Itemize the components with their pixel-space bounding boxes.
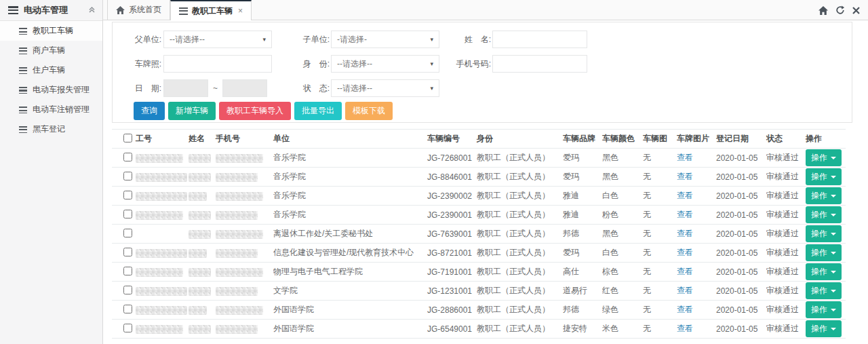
row-checkbox[interactable] bbox=[123, 248, 132, 256]
identity-cell: 教职工（正式人员） bbox=[477, 320, 563, 339]
row-action-button[interactable]: 操作 bbox=[806, 282, 842, 299]
view-plate-link[interactable]: 查看 bbox=[677, 267, 693, 276]
import-vehicles-button[interactable]: 教职工车辆导入 bbox=[219, 102, 291, 120]
sidebar-item-merchant-vehicles[interactable]: 商户车辆 bbox=[0, 41, 102, 60]
sidebar: 电动车管理 教职工车辆 商户车辆 住户车辆 电动车报失管理 电动车注销管理 黑车… bbox=[0, 0, 103, 344]
close-icon[interactable] bbox=[852, 7, 860, 14]
tab-close-icon[interactable]: × bbox=[238, 6, 243, 16]
app-window: 电动车管理 教职工车辆 商户车辆 住户车辆 电动车报失管理 电动车注销管理 黑车… bbox=[0, 0, 868, 344]
status-label: 状 态: bbox=[292, 79, 330, 97]
row-checkbox[interactable] bbox=[123, 229, 132, 237]
sidebar-item-staff-vehicles[interactable]: 教职工车辆 bbox=[0, 21, 102, 41]
identity-select[interactable]: --请选择--▾ bbox=[331, 55, 439, 73]
list-icon bbox=[19, 87, 27, 94]
list-icon bbox=[19, 47, 27, 54]
row-checkbox[interactable] bbox=[123, 267, 132, 275]
date-from-input[interactable] bbox=[163, 79, 208, 97]
action-label: 操作 bbox=[811, 247, 827, 259]
view-plate-link[interactable]: 查看 bbox=[677, 229, 693, 238]
redacted-phone bbox=[216, 154, 263, 163]
col-vehicle-img: 车辆图 bbox=[643, 130, 677, 149]
unit-cell: 外国语学院 bbox=[273, 320, 427, 339]
row-checkbox[interactable] bbox=[123, 286, 132, 294]
row-checkbox[interactable] bbox=[123, 153, 132, 161]
sidebar-item-label: 黑车登记 bbox=[33, 123, 65, 135]
action-label: 操作 bbox=[811, 228, 827, 240]
row-action-button[interactable]: 操作 bbox=[806, 149, 842, 166]
vehicle-no-cell: JG-1231001 bbox=[427, 282, 477, 301]
redacted-phone bbox=[216, 230, 263, 239]
date-to-input[interactable] bbox=[222, 79, 267, 97]
search-button[interactable]: 查询 bbox=[134, 102, 165, 120]
unit-cell: 离退休工作处/关工委秘书处 bbox=[273, 225, 427, 244]
view-plate-link[interactable]: 查看 bbox=[677, 305, 693, 314]
row-action-button[interactable]: 操作 bbox=[806, 187, 842, 204]
view-plate-link[interactable]: 查看 bbox=[677, 191, 693, 200]
child-unit-select[interactable]: -请选择-▾ bbox=[331, 31, 439, 48]
view-plate-link[interactable]: 查看 bbox=[677, 172, 693, 181]
identity-cell: 教职工（正式人员） bbox=[477, 206, 563, 225]
caret-down-icon: ▾ bbox=[430, 85, 433, 92]
row-action-button[interactable]: 操作 bbox=[806, 320, 842, 337]
row-checkbox[interactable] bbox=[123, 172, 132, 180]
list-icon bbox=[19, 107, 27, 113]
child-unit-label: 子单位: bbox=[292, 31, 330, 48]
status-select[interactable]: --请选择--▾ bbox=[331, 79, 439, 97]
add-vehicle-button[interactable]: 新增车辆 bbox=[168, 102, 216, 120]
row-action-button[interactable]: 操作 bbox=[806, 225, 842, 242]
view-plate-link[interactable]: 查看 bbox=[677, 210, 693, 219]
name-input[interactable] bbox=[492, 31, 587, 48]
table-row: 文学院 JG-1231001 教职工（正式人员） 道易行 红色 无 查看 202… bbox=[112, 282, 846, 301]
view-plate-link[interactable]: 查看 bbox=[677, 324, 693, 333]
row-action-button[interactable]: 操作 bbox=[806, 244, 842, 261]
parent-unit-label: 父单位: bbox=[122, 31, 161, 48]
plate-input[interactable] bbox=[163, 55, 272, 73]
batch-export-button[interactable]: 批量导出 bbox=[294, 102, 342, 120]
select-all-checkbox[interactable] bbox=[123, 134, 132, 142]
identity-cell: 教职工（正式人员） bbox=[477, 149, 563, 168]
row-action-button[interactable]: 操作 bbox=[806, 301, 842, 318]
home-icon[interactable] bbox=[818, 6, 828, 15]
action-label: 操作 bbox=[811, 209, 827, 221]
template-download-button[interactable]: 模板下载 bbox=[345, 102, 393, 120]
caret-down-icon bbox=[831, 309, 836, 311]
tab-system-home[interactable]: 系统首页 bbox=[107, 0, 170, 20]
row-checkbox[interactable] bbox=[123, 210, 132, 218]
sidebar-item-resident-vehicles[interactable]: 住户车辆 bbox=[0, 60, 102, 80]
refresh-icon[interactable] bbox=[835, 5, 845, 15]
caret-down-icon: ▾ bbox=[262, 36, 266, 43]
row-action-button[interactable]: 操作 bbox=[806, 168, 842, 185]
phone-input[interactable] bbox=[492, 55, 587, 73]
brand-cell: 爱玛 bbox=[563, 244, 602, 263]
sidebar-item-black-vehicle[interactable]: 黑车登记 bbox=[0, 119, 102, 139]
select-value: --请选择-- bbox=[337, 58, 372, 70]
row-action-button[interactable]: 操作 bbox=[806, 263, 842, 280]
table-row: 物理与电子电气工程学院 JG-7191001 教职工（正式人员） 高仕 棕色 无… bbox=[112, 263, 846, 282]
row-checkbox[interactable] bbox=[123, 191, 132, 199]
parent-unit-select[interactable]: --请选择--▾ bbox=[163, 31, 272, 48]
row-action-button[interactable]: 操作 bbox=[806, 206, 842, 223]
color-cell: 黑色 bbox=[602, 168, 643, 187]
action-label: 操作 bbox=[811, 171, 827, 183]
view-plate-link[interactable]: 查看 bbox=[677, 153, 693, 162]
identity-cell: 教职工（正式人员） bbox=[477, 263, 563, 282]
tab-label: 系统首页 bbox=[129, 4, 161, 16]
sidebar-item-label: 住户车辆 bbox=[33, 64, 65, 76]
tab-staff-vehicles[interactable]: 教职工车辆 × bbox=[170, 0, 252, 20]
redacted-name bbox=[189, 249, 207, 258]
view-plate-link[interactable]: 查看 bbox=[677, 248, 693, 257]
action-label: 操作 bbox=[811, 304, 827, 316]
register-date-cell: 2020-01-05 bbox=[716, 187, 766, 206]
sidebar-collapse-icon[interactable] bbox=[88, 6, 96, 16]
view-plate-link[interactable]: 查看 bbox=[677, 286, 693, 295]
row-checkbox[interactable] bbox=[123, 305, 132, 313]
table-row: 离退休工作处/关工委秘书处 JG-7639001 教职工（正式人员） 邦德 黑色… bbox=[112, 225, 846, 244]
brand-cell: 爱玛 bbox=[563, 168, 602, 187]
redacted-name bbox=[189, 306, 207, 315]
col-status: 状态 bbox=[766, 130, 806, 149]
sidebar-item-deregistration[interactable]: 电动车注销管理 bbox=[0, 100, 102, 119]
redacted-employee-id bbox=[136, 325, 183, 334]
row-checkbox[interactable] bbox=[123, 324, 132, 332]
sidebar-item-loss-report[interactable]: 电动车报失管理 bbox=[0, 80, 102, 100]
redacted-employee-id bbox=[136, 154, 183, 163]
